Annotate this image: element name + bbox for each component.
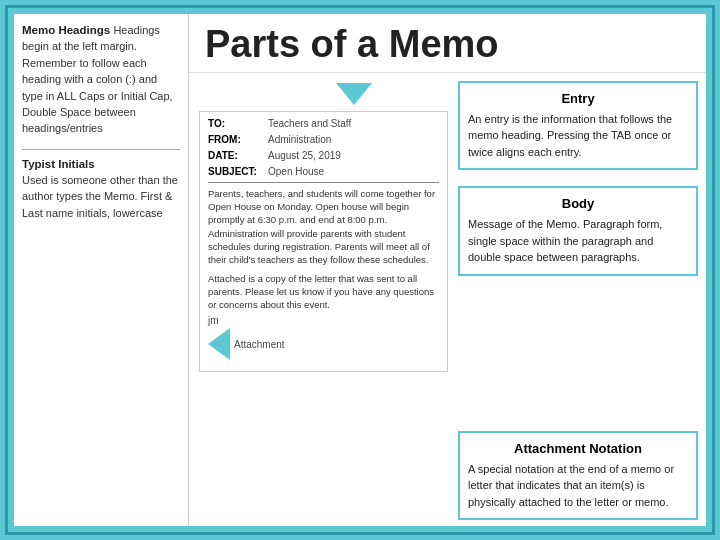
memo-to-label: TO: [208,118,268,129]
memo-headings-content: Headings begin at the left margin. Remem… [22,24,173,134]
left-sidebar: Memo Headings Headings begin at the left… [14,14,189,526]
memo-subject-label: SUBJECT: [208,166,268,177]
memo-body-text: Parents, teachers, and students will com… [208,187,439,267]
memo-to-value: Teachers and Staff [268,118,351,129]
page-title: Parts of a Memo [205,24,690,66]
down-arrow-icon [336,83,372,105]
memo-initials: jm [208,315,439,326]
body-box-text: Message of the Memo. Paragraph form, sin… [468,216,688,266]
memo-divider [208,182,439,183]
memo-from-label: FROM: [208,134,268,145]
typist-initials-content: Used is someone other than the author ty… [22,174,178,219]
memo-sample-area: TO: Teachers and Staff FROM: Administrat… [189,73,458,526]
body-box-title: Body [468,196,688,211]
memo-subject-value: Open House [268,166,324,177]
entry-box: Entry An entry is the information that f… [458,81,698,171]
memo-headings-section: Memo Headings Headings begin at the left… [22,22,180,137]
typist-initials-label: Typist Initials [22,158,95,170]
memo-content-box: TO: Teachers and Staff FROM: Administrat… [199,111,448,373]
right-panel: Entry An entry is the information that f… [458,73,706,526]
memo-attachment-label: Attachment [234,339,285,350]
memo-from-line: FROM: Administration [208,134,439,145]
body-box: Body Message of the Memo. Paragraph form… [458,186,698,276]
memo-date-label: DATE: [208,150,268,161]
arrow-to-attachment [208,328,230,360]
memo-attachment-text: Attached is a copy of the letter that wa… [208,272,439,312]
memo-date-line: DATE: August 25, 2019 [208,150,439,161]
entry-box-text: An entry is the information that follows… [468,111,688,161]
memo-attachment-line: Attachment [208,328,439,360]
main-container: Memo Headings Headings begin at the left… [14,14,706,526]
attachment-notation-title: Attachment Notation [468,441,688,456]
entry-box-title: Entry [468,91,688,106]
left-arrow-icon [208,328,230,360]
attachment-notation-text: A special notation at the end of a memo … [468,461,688,511]
outer-border: Memo Headings Headings begin at the left… [5,5,715,535]
memo-from-value: Administration [268,134,331,145]
typist-initials-section: Typist Initials Used is someone other th… [22,156,180,221]
memo-to-line: TO: Teachers and Staff [208,118,439,129]
memo-subject-line: SUBJECT: Open House [208,166,439,177]
content-area: TO: Teachers and Staff FROM: Administrat… [189,73,706,526]
memo-headings-label: Memo Headings [22,24,110,36]
memo-date-value: August 25, 2019 [268,150,341,161]
right-content: Parts of a Memo TO: [189,14,706,526]
title-bar: Parts of a Memo [189,14,706,73]
attachment-notation-box: Attachment Notation A special notation a… [458,431,698,521]
sidebar-divider [22,149,180,150]
arrow-to-headings [249,83,458,105]
